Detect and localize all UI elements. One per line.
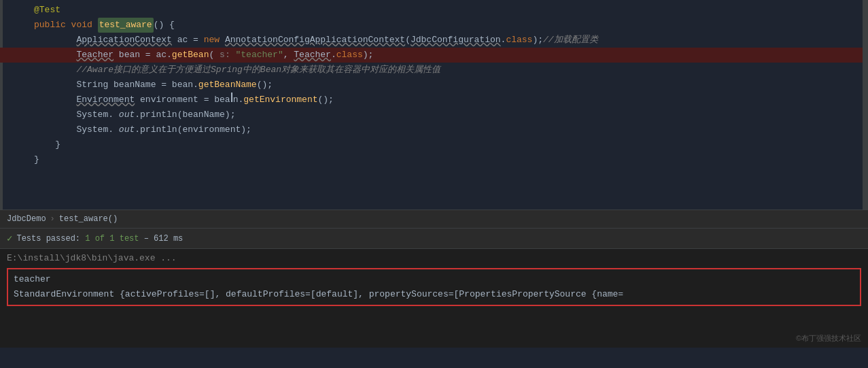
resize-handle[interactable] — [863, 0, 868, 210]
text-cursor — [231, 93, 232, 102]
indent — [34, 33, 76, 48]
code-line-teacher: Teacher bean = ac. getBean ( s: "teacher… — [0, 48, 868, 63]
code-line-close2: } — [0, 152, 868, 167]
code-line-close1: } — [0, 137, 868, 152]
annotation-test: @Test — [34, 3, 60, 18]
watermark: ©布丁强强技术社区 — [796, 333, 861, 344]
method-highlight: test_aware — [98, 18, 154, 33]
test-pass-text: Tests passed: 1 of 1 test – 612 ms — [16, 234, 183, 244]
test-pass-icon: ✓ — [7, 233, 12, 244]
output-area: E:\install\jdk8\bin\java.exe ... teacher… — [0, 249, 868, 348]
code-line-method: public void test_aware () { — [0, 18, 868, 33]
breadcrumb-part1: JdbcDemo — [7, 214, 46, 224]
breadcrumb-separator: › — [50, 214, 55, 224]
code-line: @Test — [0, 3, 868, 18]
breadcrumb-bar: JdbcDemo › test_aware() — [0, 210, 868, 229]
output-result-box: teacher StandardEnvironment {activeProfi… — [7, 268, 861, 306]
code-line-comment: //Aware接口的意义在于方便通过Spring中的Bean对象来获取其在容器中… — [0, 63, 868, 78]
output-result-env: StandardEnvironment {activeProfiles=[], … — [14, 287, 854, 302]
type-appctx: ApplicationContext — [76, 33, 171, 48]
keyword-public: public — [34, 18, 71, 33]
code-line-appctx: ApplicationContext ac = new AnnotationCo… — [0, 33, 868, 48]
test-run-bar: ✓ Tests passed: 1 of 1 test – 612 ms — [0, 229, 868, 249]
keyword-void: void — [71, 18, 98, 33]
output-result-teacher: teacher — [14, 272, 854, 287]
code-line-beanname: String beanName = bean. getBeanName (); — [0, 78, 868, 93]
editor-area: @Test public void test_aware () { Applic… — [0, 0, 868, 210]
code-line-sysout2: System. out .println(environment); — [0, 122, 868, 137]
code-line-sysout1: System. out .println(beanName); — [0, 107, 868, 122]
code-line-env: Environment environment = bea n. getEnvi… — [0, 93, 868, 107]
paren-open: () { — [154, 18, 175, 33]
java-exe-line: E:\install\jdk8\bin\java.exe ... — [7, 252, 861, 265]
breadcrumb-part2: test_aware() — [59, 214, 118, 224]
